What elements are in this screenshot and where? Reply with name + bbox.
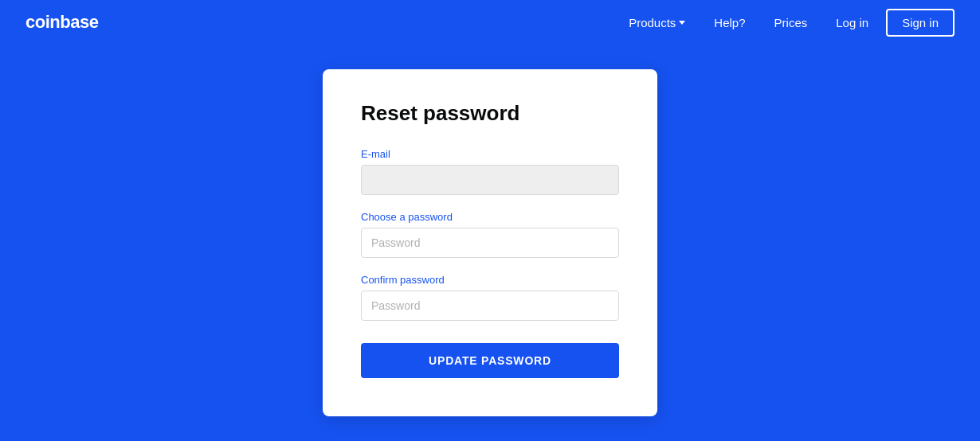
nav-prices[interactable]: Prices [763, 10, 819, 36]
confirm-input[interactable] [361, 291, 619, 321]
nav-login[interactable]: Log in [825, 10, 880, 36]
nav-products[interactable]: Products [617, 10, 696, 36]
update-password-button[interactable]: UPDATE PASSWORD [361, 343, 619, 378]
header: coinbase Products Help? Prices Log in Si… [0, 0, 980, 45]
nav: Products Help? Prices Log in Sign in [617, 9, 955, 37]
products-label: Products [629, 16, 676, 29]
email-label: E-mail [361, 148, 619, 160]
main-content: Reset password E-mail Choose a password … [0, 45, 980, 441]
nav-help[interactable]: Help? [703, 10, 756, 36]
nav-signin-button[interactable]: Sign in [886, 9, 955, 37]
email-input[interactable] [361, 165, 619, 195]
confirm-label: Confirm password [361, 274, 619, 286]
reset-password-card: Reset password E-mail Choose a password … [323, 69, 657, 416]
chevron-down-icon [679, 21, 685, 25]
password-group: Choose a password [361, 211, 619, 258]
card-title: Reset password [361, 101, 619, 126]
password-label: Choose a password [361, 211, 619, 223]
password-input[interactable] [361, 228, 619, 258]
confirm-group: Confirm password [361, 274, 619, 321]
email-group: E-mail [361, 148, 619, 195]
logo: coinbase [25, 12, 98, 33]
